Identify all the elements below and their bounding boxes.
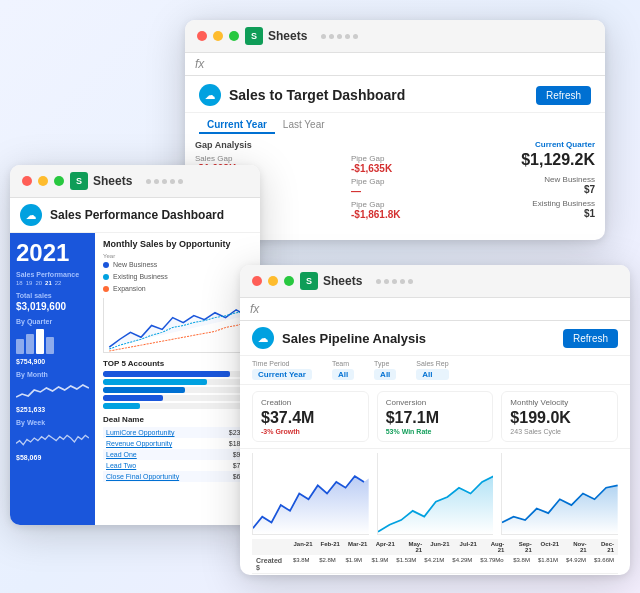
tab-current-year[interactable]: Current Year xyxy=(199,117,275,134)
col-jul: Jul-21 xyxy=(454,539,481,555)
col-dec: Dec-21 xyxy=(591,539,618,555)
existing-biz-val: $1 xyxy=(505,208,595,219)
pipe-gap-val-1: — xyxy=(351,186,497,197)
legend-3: Expansion xyxy=(103,285,252,294)
min-dot-3 xyxy=(268,276,278,286)
top5-item-0 xyxy=(103,371,252,377)
formula-bar-3: fx xyxy=(240,298,630,321)
sales-target-title: Sales to Target Dashboard xyxy=(229,87,405,103)
by-month-label: By Month xyxy=(16,371,89,378)
kpi-creation-val: $37.4M xyxy=(261,409,360,427)
legend-new-biz: New Business xyxy=(103,261,157,268)
filter-team-label: Team xyxy=(332,360,354,367)
cq-label: Current Quarter xyxy=(505,140,595,149)
by-quarter-val: $754,900 xyxy=(16,358,89,365)
kpi-creation-label: Creation xyxy=(261,398,360,407)
maximize-dot xyxy=(229,31,239,41)
filter-team-chip[interactable]: All xyxy=(332,369,354,380)
kpi-vel-label: Monthly Velocity xyxy=(510,398,609,407)
fx-label: fx xyxy=(195,57,204,71)
r1c7: $13.47M xyxy=(477,574,508,575)
perf-content: 2021 Sales Performance 1819202122 Total … xyxy=(10,233,260,525)
conv-sub-text: 53% Win Rate xyxy=(386,428,432,435)
filter-rep-chip[interactable]: All xyxy=(416,369,448,380)
week-sparkline xyxy=(16,430,89,450)
legend-2: Existing Business xyxy=(103,273,252,282)
filter-time: Time Period Current Year xyxy=(252,360,312,380)
r0c5: $4.21M xyxy=(420,555,448,573)
salesforce-logo-2: ☁ xyxy=(20,204,42,226)
pipeline-title-row: ☁ Sales Pipeline Analysis xyxy=(252,327,426,349)
current-quarter-section: Current Quarter $1,129.2K New Business $… xyxy=(505,140,595,223)
r0c0: $3.8M xyxy=(287,555,313,573)
new-biz-label: New Business xyxy=(505,175,595,184)
r1c10: $4.71M xyxy=(564,574,592,575)
col-header-0 xyxy=(252,539,289,555)
sheets-logo-3: S Sheets xyxy=(300,272,362,290)
refresh-button-3[interactable]: Refresh xyxy=(563,329,618,348)
filter-type-chip[interactable]: All xyxy=(374,369,396,380)
deal-name-2[interactable]: Lead One xyxy=(106,451,137,458)
r1c1: $3.6M xyxy=(315,574,341,575)
titlebar-sales-target: S Sheets xyxy=(185,20,605,53)
existing-biz-label: Existing Business xyxy=(505,199,595,208)
pipeline-window: S Sheets fx ☁ Sales Pipeline Analysis Re… xyxy=(240,265,630,575)
r1c3: $2.2M xyxy=(369,574,395,575)
refresh-button-1[interactable]: Refresh xyxy=(536,86,591,105)
deal-name-4[interactable]: Close Final Opportunity xyxy=(106,473,179,480)
sheets-title-1: Sheets xyxy=(268,29,307,43)
sheets-title-2: Sheets xyxy=(93,174,132,188)
legend-existing-label: Existing Business xyxy=(113,273,168,280)
col-sep: Sep-21 xyxy=(508,539,535,555)
top5-item-2 xyxy=(103,387,252,393)
cq-existing-biz: Existing Business $1 xyxy=(505,199,595,219)
close-dot xyxy=(197,31,207,41)
r0c9: $1.81M xyxy=(534,555,562,573)
quarter-bars xyxy=(16,329,89,354)
r0c11: $3.66M xyxy=(590,555,618,573)
sheets-icon-3: S xyxy=(300,272,318,290)
deal-name-3[interactable]: Lead Two xyxy=(106,462,136,469)
sales-gap-label: Sales Gap xyxy=(195,154,341,163)
col-feb: Feb-21 xyxy=(317,539,344,555)
filter-time-label: Time Period xyxy=(252,360,312,367)
cq-value: $1,129.2K xyxy=(505,151,595,169)
monthly-chart xyxy=(103,298,252,353)
r1c9: $1.95M xyxy=(536,574,564,575)
table-header: Jan-21 Feb-21 Mar-21 Apr-21 May-21 Jun-2… xyxy=(252,539,618,555)
legend-expansion: Expansion xyxy=(103,285,146,292)
tab-last-year[interactable]: Last Year xyxy=(275,117,333,134)
gap-col-pipe-2: Pipe Gap -$1,861.8K xyxy=(351,200,497,220)
perf-left-panel: 2021 Sales Performance 1819202122 Total … xyxy=(10,233,95,525)
titlebar-perf: S Sheets xyxy=(10,165,260,198)
r1c4: $3.62M xyxy=(395,574,423,575)
deal-name-1[interactable]: Revenue Opportunity xyxy=(106,440,172,447)
dashboard-header-1: ☁ Sales to Target Dashboard Refresh xyxy=(185,76,605,113)
top5-item-1 xyxy=(103,379,252,385)
legend-expansion-label: Expansion xyxy=(113,285,146,292)
r0c7: $3.79Mo xyxy=(476,555,507,573)
deal-row-1: Revenue Opportunity $180K xyxy=(103,438,252,449)
new-biz-val: $7 xyxy=(505,184,595,195)
col-jan: Jan-21 xyxy=(289,539,316,555)
deal-name-0[interactable]: LumiCore Opportunity xyxy=(106,429,174,436)
title-row: ☁ Sales to Target Dashboard xyxy=(199,84,405,106)
by-month-val: $251,633 xyxy=(16,406,89,413)
pipeline-filters: Time Period Current Year Team All Type A… xyxy=(240,356,630,385)
r1c2: $3.77M xyxy=(341,574,369,575)
perf-title: Sales Performance Dashboard xyxy=(50,208,224,222)
r0c2: $1.9M xyxy=(340,555,366,573)
deal-row-2: Lead One $95K xyxy=(103,449,252,460)
close-dot-3 xyxy=(252,276,262,286)
pipeline-title: Sales Pipeline Analysis xyxy=(282,331,426,346)
legend: New Business xyxy=(103,261,252,270)
filter-time-chip[interactable]: Current Year xyxy=(252,369,312,380)
year-label: Year xyxy=(103,253,252,259)
r0c4: $1.53M xyxy=(392,555,420,573)
salesforce-logo-1: ☁ xyxy=(199,84,221,106)
r1c8: $2.29M xyxy=(508,574,536,575)
by-quarter-label: By Quarter xyxy=(16,318,89,325)
deal-row-3: Lead Two $76K xyxy=(103,460,252,471)
filter-team: Team All xyxy=(332,360,354,380)
kpi-vel-val: $199.0K xyxy=(510,409,609,427)
